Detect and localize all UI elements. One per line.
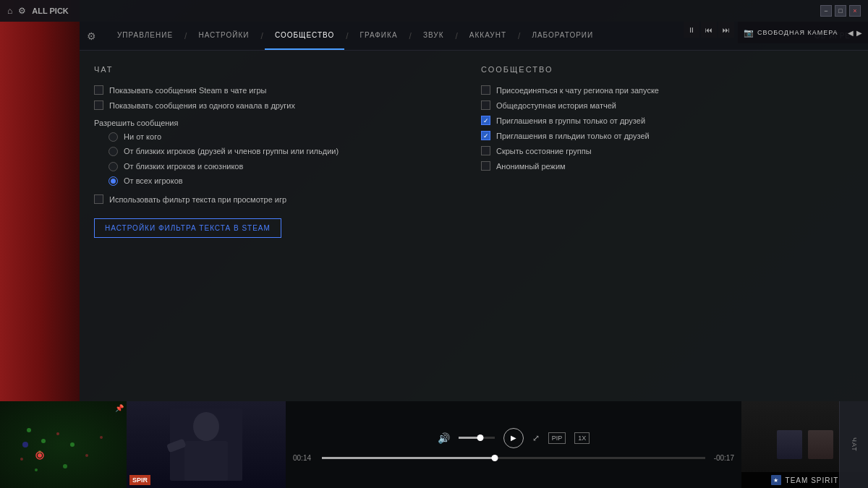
checkbox-row-public-history: Общедоступная история матчей bbox=[481, 100, 854, 110]
checkbox-row-join-region-chat: Присоединяться к чату региона при запуск… bbox=[481, 85, 854, 95]
stream-source-label: SPIR bbox=[129, 475, 150, 485]
volume-track[interactable] bbox=[459, 437, 495, 439]
tab-laboratorii[interactable]: ЛАБОРАТОРИИ bbox=[522, 22, 603, 50]
community-section-title: СООБЩЕСТВО bbox=[481, 65, 854, 74]
checkbox-public-history-label: Общедоступная история матчей bbox=[496, 101, 616, 110]
settings-content: ЧАТ Показывать сообщения Steam в чате иг… bbox=[80, 51, 868, 401]
camera-widget: 📷 СВОБОДНАЯ КАМЕРА ◀ ▶ bbox=[738, 22, 868, 43]
team-spirit-logo: ★ bbox=[771, 475, 781, 485]
window-title: ALL PICK bbox=[32, 7, 69, 15]
camera-arrow-right[interactable]: ▶ bbox=[856, 29, 862, 37]
camera-label: 📷 СВОБОДНАЯ КАМЕРА bbox=[744, 28, 838, 38]
expand-button[interactable]: ⤢ bbox=[532, 433, 540, 443]
chat-section: ЧАТ Показывать сообщения Steam в чате иг… bbox=[94, 65, 467, 387]
pip-button[interactable]: PIP bbox=[548, 432, 566, 444]
checkbox-row-group-invites: Приглашения в группы только от друзей bbox=[481, 116, 854, 125]
svg-point-0 bbox=[27, 428, 31, 432]
speed-button[interactable]: 1X bbox=[574, 432, 590, 444]
svg-point-2 bbox=[56, 432, 59, 435]
minimize-button[interactable]: − bbox=[820, 5, 832, 17]
checkbox-hide-group-status[interactable] bbox=[481, 146, 490, 155]
radio-all-players[interactable] bbox=[109, 176, 118, 186]
checkbox-public-history[interactable] bbox=[481, 100, 490, 110]
bottom-media-bar: 📌 SPIR 🔊 ▶ ⤢ bbox=[0, 401, 868, 488]
radio-close-players-label: От близких игроков (друзей и членов груп… bbox=[124, 146, 339, 156]
settings-panel: ⚙ УПРАВЛЕНИЕ / НАСТРОЙКИ / СООБЩЕСТВО / … bbox=[80, 22, 868, 401]
checkbox-show-steam-messages-label: Показывать сообщения Steam в чате игры bbox=[109, 86, 267, 95]
radio-all-players-label: От всех игроков bbox=[124, 176, 183, 186]
tab-soobshchestvo[interactable]: СООБЩЕСТВО bbox=[265, 22, 344, 50]
checkbox-anon-mode-label: Анонимный режим bbox=[496, 162, 566, 171]
title-bar-left: ⌂ ⚙ ALL PICK bbox=[7, 6, 69, 16]
radio-row-close-allies: От близких игроков и союзников bbox=[109, 161, 467, 171]
svg-point-14 bbox=[193, 412, 219, 441]
checkbox-filter[interactable] bbox=[94, 194, 103, 204]
rewind-playback-button[interactable]: ⏮ bbox=[701, 22, 717, 38]
window-title-bar: ⌂ ⚙ ALL PICK − □ × bbox=[0, 0, 868, 22]
radio-close-players[interactable] bbox=[109, 147, 118, 156]
svg-point-10 bbox=[22, 442, 28, 448]
minimap-svg bbox=[0, 401, 127, 488]
camera-arrows: ◀ ▶ bbox=[848, 29, 862, 37]
progress-fill bbox=[322, 457, 495, 459]
checkbox-guild-invites-label: Приглашения в гильдии только от друзей bbox=[496, 132, 650, 140]
radio-row-close-players: От близких игроков (друзей и членов груп… bbox=[109, 146, 467, 156]
chat-tab-button[interactable]: ЧАТ bbox=[839, 401, 868, 488]
minimap-background bbox=[0, 401, 127, 488]
radio-nobody[interactable] bbox=[109, 132, 118, 142]
time-current: 00:14 bbox=[293, 454, 316, 462]
tab-akkaunt[interactable]: АККАУНТ bbox=[459, 22, 516, 50]
progress-container: 00:14 -00:17 bbox=[293, 454, 734, 462]
minimap-panel: 📌 bbox=[0, 401, 127, 488]
controls-row: 🔊 ▶ ⤢ PIP 1X bbox=[438, 428, 590, 448]
player-avatar-2 bbox=[808, 430, 833, 459]
svg-point-6 bbox=[20, 458, 23, 461]
camera-icon: 📷 bbox=[744, 28, 754, 38]
settings-icon-topbar[interactable]: ⚙ bbox=[18, 6, 26, 16]
radio-close-allies[interactable] bbox=[109, 162, 118, 171]
volume-button[interactable]: 🔊 bbox=[438, 432, 450, 444]
checkbox-row-filter: Использовать фильтр текста при просмотре… bbox=[94, 194, 467, 204]
media-controls-center: 🔊 ▶ ⤢ PIP 1X 00:14 -00:17 bbox=[286, 428, 741, 462]
allow-messages-group: Разрешить сообщения bbox=[94, 116, 467, 129]
time-total: -00:17 bbox=[711, 454, 734, 462]
volume-thumb bbox=[477, 435, 483, 441]
home-icon[interactable]: ⌂ bbox=[7, 6, 12, 16]
skip-playback-button[interactable]: ⏭ bbox=[718, 22, 734, 38]
camera-arrow-left[interactable]: ◀ bbox=[848, 29, 854, 37]
window-controls: − □ × bbox=[820, 5, 861, 17]
svg-point-9 bbox=[100, 436, 103, 439]
tab-grafika[interactable]: ГРАФИКА bbox=[350, 22, 408, 50]
pause-playback-button[interactable]: ⏸ bbox=[684, 22, 699, 38]
settings-gear-icon: ⚙ bbox=[87, 30, 96, 42]
checkbox-join-region-chat[interactable] bbox=[481, 85, 490, 95]
radio-nobody-label: Ни от кого bbox=[124, 132, 161, 142]
checkbox-guild-invites[interactable] bbox=[481, 131, 490, 140]
radio-close-allies-label: От близких игроков и союзников bbox=[124, 161, 243, 171]
filter-settings-button[interactable]: НАСТРОЙКИ ФИЛЬТРА ТЕКСТА В STEAM bbox=[94, 218, 281, 238]
play-button[interactable]: ▶ bbox=[503, 428, 524, 448]
close-button[interactable]: × bbox=[849, 5, 861, 17]
playback-controls: ⏸ ⏮ ⏭ bbox=[684, 22, 734, 38]
progress-thumb bbox=[491, 455, 498, 461]
tab-nastroyki[interactable]: НАСТРОЙКИ bbox=[188, 22, 259, 50]
checkbox-show-steam-messages[interactable] bbox=[94, 85, 103, 95]
checkbox-anon-mode[interactable] bbox=[481, 161, 490, 171]
checkbox-row-hide-group-status: Скрыть состояние группы bbox=[481, 146, 854, 155]
checkbox-group-invites-label: Приглашения в группы только от друзей bbox=[496, 116, 645, 125]
chat-section-title: ЧАТ bbox=[94, 65, 467, 74]
checkbox-group-invites[interactable] bbox=[481, 116, 490, 125]
tab-zvuk[interactable]: ЗВУК bbox=[413, 22, 454, 50]
svg-point-4 bbox=[70, 442, 75, 447]
svg-point-8 bbox=[35, 468, 38, 471]
checkbox-row-anon-mode: Анонимный режим bbox=[481, 161, 854, 171]
tab-upravlenie[interactable]: УПРАВЛЕНИЕ bbox=[107, 22, 183, 50]
svg-point-1 bbox=[41, 439, 46, 443]
checkbox-show-one-channel[interactable] bbox=[94, 100, 103, 110]
svg-point-12 bbox=[38, 453, 42, 458]
maximize-button[interactable]: □ bbox=[835, 5, 846, 17]
radio-options-group: Ни от кого От близких игроков (друзей и … bbox=[109, 132, 467, 186]
svg-point-5 bbox=[85, 454, 88, 457]
checkbox-row-show-one-channel: Показывать сообщения из одного канала в … bbox=[94, 100, 467, 110]
progress-track[interactable] bbox=[322, 457, 705, 459]
